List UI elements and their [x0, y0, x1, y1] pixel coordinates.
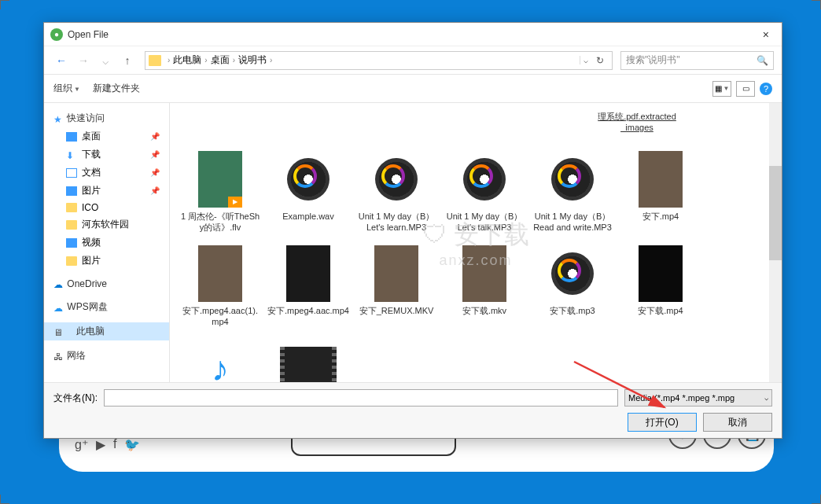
sidebar-item-pictures[interactable]: 图片📌: [44, 182, 169, 200]
titlebar: ● Open File ×: [44, 23, 782, 46]
folder-item[interactable]: 理系统.pdf.extracted_images: [595, 106, 679, 143]
file-item[interactable]: Unit 1 My day（B） Let's talk.MP3: [442, 146, 527, 238]
back-button[interactable]: ←: [52, 51, 71, 70]
chevron-right-icon: ›: [204, 56, 207, 64]
filename-label: 文件名(N):: [53, 392, 98, 405]
file-item[interactable]: ♪ 安下载.ogg: [178, 336, 263, 382]
organize-menu[interactable]: 组织▼: [53, 82, 80, 95]
file-item[interactable]: 安下载.mp3: [530, 241, 615, 333]
addr-dropdown[interactable]: ⌵: [580, 56, 591, 64]
sidebar-item-thispc[interactable]: 🖥 此电脑: [44, 322, 169, 340]
forward-button[interactable]: →: [74, 51, 93, 70]
file-item[interactable]: 安下.mp4: [618, 146, 703, 238]
file-grid[interactable]: 理系统.pdf.extracted_images ▶ 1 周杰伦-《听TheSh…: [170, 103, 782, 382]
file-item[interactable]: Unit 1 My day（B） Let's learn.MP3: [354, 146, 439, 238]
social-icons: g⁺ ▶ f 🐦: [75, 437, 140, 452]
sidebar-item-network[interactable]: 🖧 网络: [44, 347, 169, 365]
nav-bar: ← → ⌵ ↑ › 此电脑 › 桌面 › 说明书 › ⌵ ↻ 搜索"说明书" 🔍: [44, 46, 782, 75]
close-button[interactable]: ×: [757, 28, 775, 41]
sidebar: ★ 快速访问 桌面📌 ⬇下载📌 文档📌 图片📌 ICO 河东软件园 视频 图片 …: [44, 103, 170, 382]
gplus-icon[interactable]: g⁺: [75, 437, 88, 452]
open-button[interactable]: 打开(O): [628, 413, 697, 432]
folder-icon: [149, 55, 161, 66]
dialog-title: Open File: [68, 29, 757, 40]
sidebar-item-wps[interactable]: ☁ WPS网盘: [44, 298, 169, 316]
sidebar-item-onedrive[interactable]: ☁ OneDrive: [44, 276, 169, 292]
file-item[interactable]: 安下.mpeg4.aac(1).mp4: [178, 241, 263, 333]
file-item[interactable]: 安下载_(ALLConverter)_iphone.mp4: [266, 336, 351, 382]
breadcrumb[interactable]: 桌面: [211, 53, 230, 67]
search-input[interactable]: 搜索"说明书" 🔍: [620, 51, 774, 70]
preview-pane-button[interactable]: ▭: [736, 81, 755, 97]
pin-icon: 📌: [150, 132, 160, 141]
filename-input[interactable]: [104, 389, 618, 407]
pin-icon: 📌: [150, 168, 160, 177]
cancel-button[interactable]: 取消: [703, 413, 772, 432]
sidebar-item-pictures2[interactable]: 图片: [44, 252, 169, 270]
breadcrumb[interactable]: 此电脑: [173, 53, 201, 67]
twitter-icon[interactable]: 🐦: [124, 437, 140, 452]
sidebar-item-ico[interactable]: ICO: [44, 200, 169, 215]
file-item[interactable]: 安下载.mkv: [442, 241, 527, 333]
filetype-select[interactable]: Media (*.mp4 *.mpeg *.mpg⌵: [624, 389, 772, 407]
pin-icon: 📌: [150, 150, 160, 159]
music-note-icon: ♪: [212, 349, 229, 382]
play-icon: ▶: [228, 197, 242, 208]
search-icon: 🔍: [757, 55, 768, 66]
pin-icon: 📌: [150, 186, 160, 195]
address-bar[interactable]: › 此电脑 › 桌面 › 说明书 › ⌵ ↻: [145, 51, 613, 70]
open-file-dialog: ● Open File × ← → ⌵ ↑ › 此电脑 › 桌面 › 说明书 ›…: [43, 22, 782, 439]
dialog-footer: 文件名(N): Media (*.mp4 *.mpeg *.mpg⌵ 打开(O)…: [44, 382, 782, 438]
folder-label: 理系统.pdf.extracted_images: [596, 111, 678, 138]
facebook-icon[interactable]: f: [113, 437, 116, 452]
chevron-right-icon: ›: [233, 56, 235, 64]
quick-access-header[interactable]: ★ 快速访问: [44, 109, 169, 127]
breadcrumb[interactable]: 说明书: [238, 53, 267, 67]
file-item[interactable]: Unit 1 My day（B） Read and write.MP3: [530, 146, 615, 238]
help-button[interactable]: ?: [760, 83, 772, 95]
view-mode-button[interactable]: ▦▼: [712, 81, 731, 97]
up-button[interactable]: ↑: [118, 51, 137, 70]
sidebar-item-downloads[interactable]: ⬇下载📌: [44, 145, 169, 164]
recent-dropdown[interactable]: ⌵: [96, 51, 115, 70]
toolbar: 组织▼ 新建文件夹 ▦▼ ▭ ?: [44, 75, 782, 103]
file-item[interactable]: Example.wav: [266, 146, 351, 238]
chevron-right-icon: ›: [270, 56, 272, 64]
new-folder-button[interactable]: 新建文件夹: [93, 82, 140, 95]
file-item[interactable]: 安下载.mp4: [618, 241, 703, 333]
chevron-right-icon: ›: [168, 56, 170, 64]
file-item[interactable]: 安下_REMUX.MKV: [354, 241, 439, 333]
chevron-down-icon: ⌵: [764, 394, 768, 402]
app-icon: ●: [50, 28, 63, 41]
search-placeholder: 搜索"说明书": [626, 53, 680, 67]
vertical-scrollbar[interactable]: [769, 103, 782, 382]
sidebar-item-desktop[interactable]: 桌面📌: [44, 127, 169, 145]
sidebar-item-hedong[interactable]: 河东软件园: [44, 215, 169, 234]
youtube-icon[interactable]: ▶: [96, 437, 105, 452]
refresh-button[interactable]: ↻: [591, 55, 609, 66]
file-item[interactable]: 安下.mpeg4.aac.mp4: [266, 241, 351, 333]
file-item[interactable]: ▶ 1 周杰伦-《听TheShy的话》.flv: [178, 146, 263, 238]
sidebar-item-videos[interactable]: 视频: [44, 234, 169, 252]
sidebar-item-documents[interactable]: 文档📌: [44, 164, 169, 182]
